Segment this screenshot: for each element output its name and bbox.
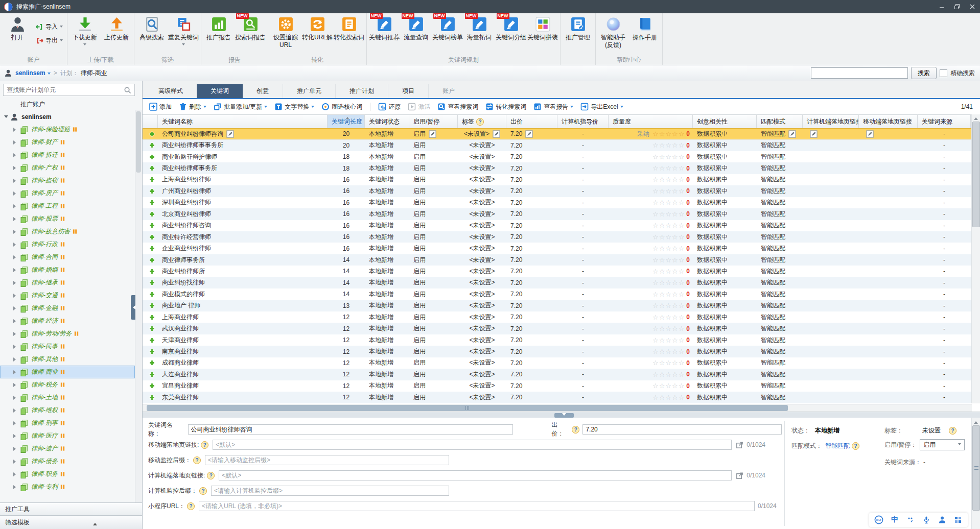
ribbon-button-advanced-search[interactable]: 高级搜索	[136, 14, 168, 55]
adopt-label[interactable]: 采纳	[637, 130, 649, 138]
tab-账户[interactable]: 账户	[428, 84, 469, 98]
column-header-enable[interactable]: 启用/暂停	[409, 115, 458, 128]
ribbon-button-assistant[interactable]: 智能助手(反馈)	[597, 14, 629, 55]
ribbon-button-manage[interactable]: 推广管理	[562, 14, 594, 55]
external-link-icon[interactable]	[736, 472, 743, 479]
sidebar-item-plan[interactable]: 律师-职务	[0, 468, 135, 480]
grid-vertical-scrollbar[interactable]	[971, 114, 980, 403]
tree-collapse-icon[interactable]	[13, 128, 18, 132]
sidebar-item-plan[interactable]: 律师-股票	[0, 212, 135, 225]
column-header-creative[interactable]: 创意相关性	[693, 115, 757, 128]
ribbon-button-keyword-doc[interactable]: NEW关键词榜单	[432, 14, 463, 55]
tree-collapse-icon[interactable]	[13, 485, 18, 489]
collapse-up-icon[interactable]	[93, 521, 97, 525]
sidebar-item-plan[interactable]: 律师-交通	[0, 289, 135, 302]
help-icon[interactable]: ?	[207, 472, 215, 479]
ime-punctuation-icon[interactable]	[906, 515, 915, 524]
table-row[interactable]: 商业特许经营律师16本地新增启用<未设置>7.20-☆☆☆☆☆0数据积累中智能匹…	[143, 231, 972, 243]
tree-collapse-icon[interactable]	[13, 140, 18, 145]
tree-collapse-icon[interactable]	[13, 217, 18, 221]
column-header-pc_link[interactable]: 计算机端落地页链接	[803, 115, 859, 128]
tree-collapse-icon[interactable]	[13, 191, 18, 196]
sidebar-item-plan[interactable]: 律师-专利	[0, 480, 135, 493]
tree-collapse-icon[interactable]	[13, 421, 18, 425]
ribbon-button-upload[interactable]: 上传更新	[101, 14, 132, 55]
column-header-length[interactable]: 关键词长度	[328, 115, 365, 128]
edit-icon[interactable]	[866, 130, 874, 138]
help-icon[interactable]: ?	[852, 442, 859, 450]
tab-高级样式[interactable]: 高级样式	[145, 84, 197, 98]
help-icon[interactable]: ?	[193, 456, 201, 464]
sidebar-item-plan[interactable]: 律师-拆迁	[0, 149, 135, 161]
table-row[interactable]: 南京商业律师12本地新增启用<未设置>7.20-☆☆☆☆☆0数据积累中智能匹配-	[143, 346, 972, 357]
minimize-button[interactable]	[934, 0, 949, 13]
toolbar-button-circle-select[interactable]: 圈选核心词	[318, 101, 366, 113]
sidebar-item-plan[interactable]: 律师-继承	[0, 276, 135, 289]
ribbon-button-download[interactable]: 下载更新	[69, 14, 101, 55]
help-icon[interactable]: ?	[572, 426, 579, 434]
sidebar-item-plan[interactable]: 律师-金融	[0, 302, 135, 315]
sidebar-item-plan[interactable]: 律师-经济	[0, 315, 135, 327]
ribbon-button-import[interactable]: 导入	[36, 22, 63, 31]
add-keyword-icon[interactable]	[149, 188, 155, 195]
tab-创意[interactable]: 创意	[243, 84, 283, 98]
sidebar-item-plan[interactable]: 律师-其他	[0, 353, 135, 366]
bid-input[interactable]	[582, 424, 782, 435]
add-keyword-icon[interactable]	[149, 314, 155, 321]
account-selector[interactable]: senlinsem	[15, 69, 45, 77]
detail-vertical-scrollbar[interactable]	[971, 418, 980, 529]
ribbon-button-export[interactable]: 导出	[36, 36, 63, 45]
help-icon[interactable]: ?	[476, 118, 484, 126]
table-row[interactable]: 商业纠纷律师咨询16本地新增启用<未设置>7.20-☆☆☆☆☆0数据积累中智能匹…	[143, 220, 972, 231]
tree-collapse-icon[interactable]	[13, 230, 18, 234]
tree-collapse-icon[interactable]	[13, 332, 18, 336]
add-keyword-icon[interactable]	[149, 337, 155, 344]
toolbar-button-add[interactable]: 添加	[146, 101, 175, 113]
tab-项目[interactable]: 项目	[388, 84, 428, 98]
tree-collapse-icon[interactable]	[13, 383, 18, 387]
add-keyword-icon[interactable]	[149, 176, 155, 183]
column-header-name[interactable]: 关键词名称	[158, 115, 328, 128]
toolbar-button-convert-search[interactable]: 转化搜索词	[482, 101, 530, 113]
table-row[interactable]: 上海商业纠纷律师16本地新增启用<未设置>7.20-☆☆☆☆☆0数据积累中智能匹…	[143, 174, 972, 185]
tree-collapse-icon[interactable]	[13, 204, 18, 208]
toolbar-button-text-replace[interactable]: 文字替换	[271, 101, 318, 113]
table-row[interactable]: 商业贿赂罪辩护律师18本地新增启用<未设置>7.20-☆☆☆☆☆0数据积累中智能…	[143, 151, 972, 162]
tab-关键词[interactable]: 关键词	[197, 84, 243, 98]
add-keyword-icon[interactable]	[149, 268, 155, 275]
tree-collapse-icon[interactable]	[13, 268, 18, 272]
enable-pause-select[interactable]: 启用	[920, 439, 965, 450]
sidebar-item-plan[interactable]: 律师-保险理赔	[0, 123, 135, 136]
table-row[interactable]: 商业纠纷律师所14本地新增启用<未设置>7.20-☆☆☆☆☆0数据积累中智能匹配…	[143, 266, 972, 277]
ribbon-button-keyword-doc[interactable]: NEW海量拓词	[463, 14, 495, 55]
ribbon-button-search-report[interactable]: NEW搜索词报告	[235, 14, 266, 55]
sidebar-item-plan[interactable]: 律师-合同	[0, 251, 135, 263]
sidebar-item-plan[interactable]: 律师-商业	[0, 366, 135, 378]
exact-search-checkbox[interactable]	[940, 69, 947, 77]
edit-icon[interactable]	[429, 130, 436, 138]
column-header-quality[interactable]: 质量度	[609, 115, 693, 128]
add-keyword-icon[interactable]	[149, 371, 155, 378]
tree-collapse-icon[interactable]	[13, 179, 18, 183]
tree-collapse-icon[interactable]	[13, 460, 18, 464]
table-row[interactable]: 大连商业律师12本地新增启用<未设置>7.20-☆☆☆☆☆0数据积累中智能匹配-	[143, 369, 972, 380]
ribbon-button-convert-url[interactable]: 转化URL解	[301, 14, 333, 55]
tree-node-account[interactable]: senlinsem	[0, 110, 135, 123]
match-mode-value[interactable]: 智能匹配	[825, 442, 850, 450]
add-keyword-icon[interactable]	[149, 279, 155, 286]
help-icon[interactable]: ?	[187, 502, 195, 510]
table-row[interactable]: 商业纠纷律师事事务所20本地新增启用<未设置>7.20-☆☆☆☆☆0数据积累中智…	[143, 139, 972, 151]
add-keyword-icon[interactable]	[149, 325, 155, 332]
table-row[interactable]: 商业纠纷律师事务所18本地新增启用<未设置>7.20-☆☆☆☆☆0数据积累中智能…	[143, 162, 972, 174]
add-keyword-icon[interactable]	[149, 142, 155, 149]
toolbar-button-delete[interactable]: 删除	[175, 101, 210, 113]
ribbon-button-gear[interactable]: 设置追踪URL	[270, 14, 301, 55]
add-keyword-icon[interactable]	[149, 291, 155, 298]
edit-icon[interactable]	[525, 130, 533, 138]
column-header-tag[interactable]: 标签?	[458, 115, 506, 128]
table-row[interactable]: 天津商业律师12本地新增启用<未设置>7.20-☆☆☆☆☆0数据积累中智能匹配-	[143, 334, 972, 346]
ribbon-button-keyword-doc[interactable]: NEW流量查询	[400, 14, 432, 55]
tree-collapse-icon[interactable]	[13, 472, 18, 476]
sidebar-item-plan[interactable]: 律师-行政	[0, 238, 135, 251]
sidebar-item-plan[interactable]: 律师-产权	[0, 161, 135, 174]
